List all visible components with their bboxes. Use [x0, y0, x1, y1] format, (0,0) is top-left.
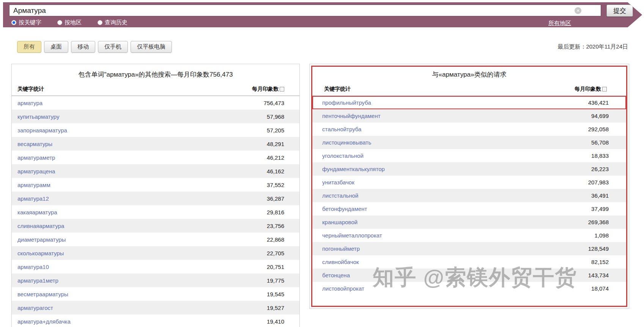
impressions-value: 1,098 — [594, 232, 609, 239]
keyword-link[interactable]: купитьарматуру — [17, 113, 59, 120]
keyword-link[interactable]: весарматуры — [17, 141, 52, 147]
table-row[interactable]: бетонфундамент 37,499 — [312, 202, 626, 215]
impressions-value: 19,410 — [267, 318, 284, 325]
radio-query-history[interactable]: 查询历史 — [98, 19, 128, 26]
table-row[interactable]: весарматуры 48,291 — [12, 137, 299, 151]
table-row[interactable]: унитазбачок 207,983 — [312, 176, 626, 189]
keyword-link[interactable]: арматурамм — [17, 182, 50, 188]
table-row[interactable]: листстальной 36,491 — [312, 189, 626, 202]
table-row[interactable]: арматура 756,473 — [12, 96, 299, 110]
keyword-link[interactable]: листстальной — [322, 192, 358, 199]
impressions-value: 29,816 — [267, 209, 284, 215]
keyword-link[interactable]: стальнойтруба — [322, 126, 361, 132]
similar-requests-panel: 与«арматура»类似的请求 关键字统计 每月印象数 профильныйт… — [309, 64, 629, 309]
impressions-value: 18,833 — [591, 152, 609, 159]
radio-selected-icon[interactable] — [11, 20, 16, 25]
submit-button[interactable]: 提交 — [606, 5, 633, 17]
search-input[interactable] — [9, 5, 601, 16]
table-row[interactable]: сливнойбачок 82,152 — [312, 255, 626, 269]
keyword-link[interactable]: уголокстальной — [322, 152, 364, 159]
tab-mobile[interactable]: 移动 — [71, 41, 95, 53]
keyword-link[interactable]: погонныйметр — [322, 245, 360, 252]
device-tabs: 所有 桌面 移动 仅手机 仅平板电脑 — [17, 41, 172, 53]
table-row[interactable]: запорнаяарматура 57,205 — [12, 123, 299, 137]
all-regions-link[interactable]: 所有地区 — [548, 20, 571, 27]
impressions-info-icon[interactable] — [602, 87, 607, 91]
radio-icon[interactable] — [98, 20, 102, 25]
left-panel-title: 包含单词"арматура»的其他搜索—每月印象数756,473 — [12, 64, 299, 81]
impressions-value: 57,968 — [267, 113, 284, 120]
table-row[interactable]: диаметрарматуры 22,868 — [12, 233, 299, 246]
tab-phone-only[interactable]: 仅手机 — [98, 41, 128, 53]
keyword-link[interactable]: диаметрарматуры — [17, 236, 66, 243]
keyword-link[interactable]: листовойпрокат — [322, 285, 364, 292]
keyword-link[interactable]: арматурацена — [17, 168, 55, 175]
table-row[interactable]: краншаровой 269,368 — [312, 215, 626, 229]
keyword-link[interactable]: краншаровой — [322, 219, 357, 225]
impressions-info-icon[interactable] — [280, 87, 284, 91]
table-row[interactable]: стальнойтруба 292,058 — [312, 123, 626, 136]
radio-icon[interactable] — [57, 20, 62, 25]
keyword-link[interactable]: листоцинковывать — [322, 139, 371, 146]
table-row[interactable]: арматураметр 46,212 — [12, 151, 299, 164]
impressions-value: 36,491 — [591, 192, 609, 199]
table-row[interactable]: арматурагост 19,527 — [12, 301, 299, 314]
impressions-value: 46,212 — [267, 154, 284, 161]
keyword-link[interactable]: арматура+длябачка — [17, 318, 71, 325]
table-row[interactable]: арматурамм 37,552 — [12, 178, 299, 192]
table-row[interactable]: арматура10 20,751 — [12, 260, 299, 274]
keyword-link[interactable]: профильныйтруба — [322, 99, 371, 106]
keyword-link[interactable]: пенточныйфундамент — [322, 113, 381, 119]
tab-tablet-only[interactable]: 仅平板电脑 — [131, 41, 172, 53]
table-row[interactable]: арматура12 36,287 — [12, 192, 299, 205]
table-row[interactable]: фундаменткалькулятор 26,223 — [312, 162, 626, 176]
keyword-link[interactable]: сколькоарматуры — [17, 250, 64, 256]
impressions-value: 37,499 — [591, 206, 609, 212]
keyword-link[interactable]: сливнойбачок — [322, 259, 359, 265]
tab-desktop[interactable]: 桌面 — [44, 41, 68, 53]
table-row[interactable]: черныйметаллопрокат 1,098 — [312, 229, 626, 242]
table-row[interactable]: какаяарматура 29,816 — [12, 205, 299, 219]
table-row[interactable]: пенточныйфундамент 94,699 — [312, 109, 626, 123]
table-row[interactable]: сколькоарматуры 22,705 — [12, 246, 299, 260]
table-row[interactable]: купитьарматуру 57,968 — [12, 110, 299, 123]
column-header-impressions: 每月印象数 — [252, 86, 279, 93]
table-row[interactable]: листоцинковывать 56,708 — [312, 136, 626, 149]
keyword-link[interactable]: арматура10 — [17, 264, 49, 270]
table-row[interactable]: весметраарматуры 19,545 — [12, 287, 299, 301]
clear-icon[interactable]: ✕ — [575, 7, 581, 14]
table-row[interactable]: арматурацена 46,162 — [12, 164, 299, 178]
table-row[interactable]: сливнаяарматура 23,756 — [12, 219, 299, 233]
radio-by-keyword[interactable]: 按关键字 — [11, 19, 41, 26]
keyword-link[interactable]: запорнаяарматура — [17, 127, 67, 134]
table-row[interactable]: листовойпрокат 18,074 — [312, 282, 626, 295]
column-header-keyword: 关键字统计 — [17, 86, 44, 93]
table-row[interactable]: арматура1метр 19,775 — [12, 274, 299, 287]
right-panel-title: 与«арматура»类似的请求 — [310, 64, 629, 81]
tab-all[interactable]: 所有 — [17, 41, 41, 53]
keyword-link[interactable]: арматура — [17, 100, 43, 106]
keyword-link[interactable]: унитазбачок — [322, 179, 354, 186]
keyword-link[interactable]: арматура12 — [17, 195, 49, 202]
keyword-link[interactable]: арматураметр — [17, 154, 55, 161]
table-row[interactable]: бетонцена 143,734 — [312, 269, 626, 282]
keyword-link[interactable]: весметраарматуры — [17, 291, 68, 297]
impressions-value: 46,162 — [267, 168, 284, 175]
keyword-link[interactable]: бетонфундамент — [322, 206, 367, 212]
impressions-value: 19,775 — [267, 277, 284, 284]
left-table-header: 关键字统计 每月印象数 — [12, 81, 299, 96]
radio-by-region[interactable]: 按地区 — [57, 19, 82, 26]
impressions-value: 56,708 — [591, 139, 609, 146]
keyword-link[interactable]: бетонцена — [322, 272, 350, 278]
table-row[interactable]: уголокстальной 18,833 — [312, 149, 626, 162]
keyword-link[interactable]: сливнаяарматура — [17, 223, 64, 229]
keyword-link[interactable]: какаяарматура — [17, 209, 57, 215]
keyword-link[interactable]: черныйметаллопрокат — [322, 232, 382, 239]
table-row[interactable]: профильныйтруба 436,421 — [312, 96, 626, 109]
table-row[interactable]: погонныйметр 128,549 — [312, 242, 626, 255]
radio-query-history-label: 查询历史 — [105, 19, 128, 26]
keyword-link[interactable]: арматура1метр — [17, 277, 58, 284]
keyword-link[interactable]: фундаменткалькулятор — [322, 166, 385, 172]
keyword-link[interactable]: арматурагост — [17, 305, 53, 311]
table-row[interactable]: арматура+длябачка 19,410 — [12, 314, 299, 327]
